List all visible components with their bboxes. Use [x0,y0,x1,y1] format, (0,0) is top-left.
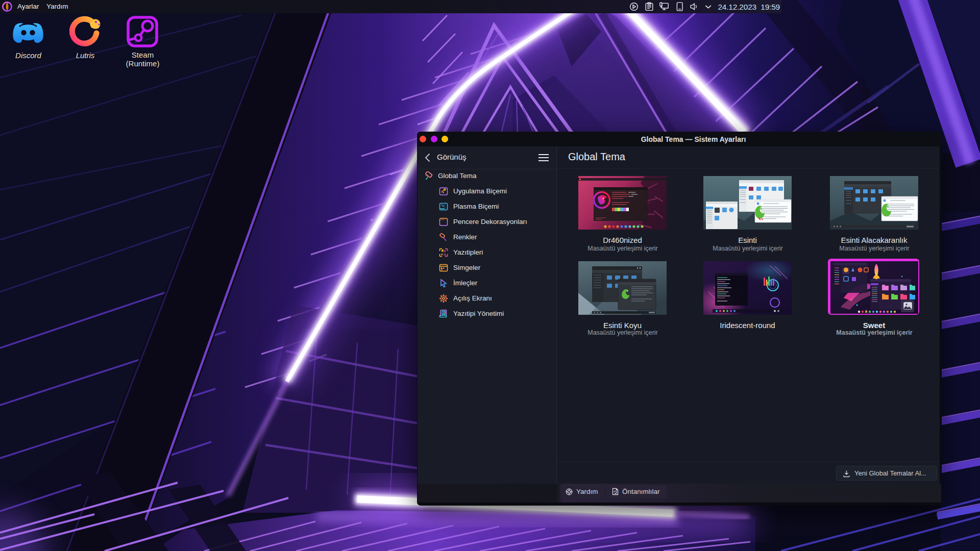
svg-text:✳: ✳ [440,253,444,256]
svg-text:a: a [444,253,446,256]
svg-text:A: A [443,311,445,314]
svg-text:a: a [444,249,446,253]
